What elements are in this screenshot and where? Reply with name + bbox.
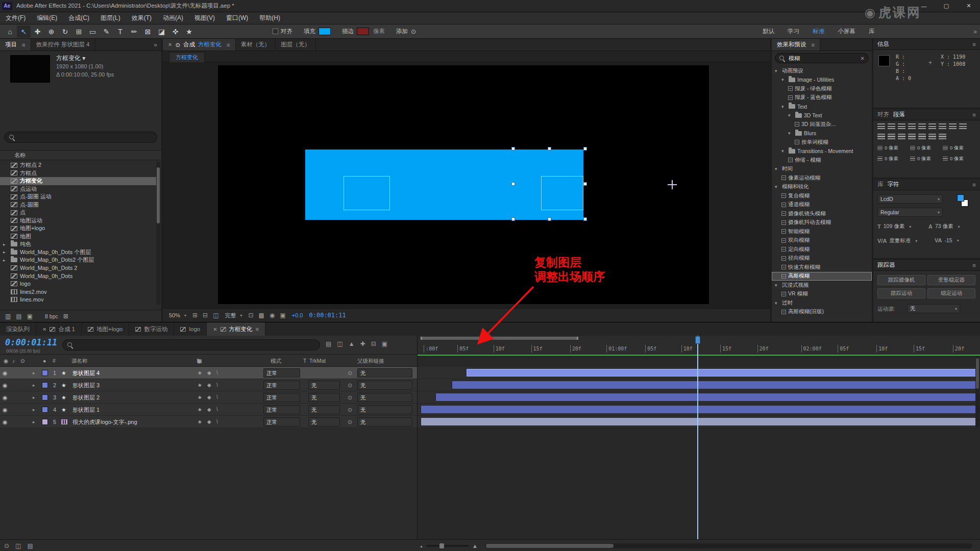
- twirl-icon[interactable]: ▾: [775, 184, 780, 189]
- work-area-bar[interactable]: [421, 337, 579, 340]
- distribute-2-icon[interactable]: [949, 123, 957, 130]
- twirl-icon[interactable]: ▸: [33, 367, 35, 379]
- viewer-timecode[interactable]: 0:00:01:11: [309, 312, 346, 319]
- stroke-label[interactable]: 描边: [342, 28, 354, 35]
- panel-menu-icon[interactable]: ≡: [812, 42, 815, 48]
- visibility-toggle[interactable]: ◉: [3, 416, 8, 428]
- effects-tree-item[interactable]: ▾Image - Utilities: [772, 76, 872, 85]
- region-of-interest-icon[interactable]: ⊡: [249, 312, 254, 319]
- transparency-grid-icon[interactable]: ▩: [259, 312, 264, 319]
- graph-editor-icon[interactable]: ▣: [382, 340, 387, 347]
- align-left-icon[interactable]: [877, 123, 885, 130]
- layer-duration-bar[interactable]: [452, 381, 980, 389]
- tab-paragraph[interactable]: 段落: [893, 111, 905, 118]
- twirl-icon[interactable]: ▾: [781, 77, 787, 82]
- effects-tree-item[interactable]: 智能模糊: [772, 227, 872, 236]
- project-item[interactable]: 地图运动: [0, 217, 156, 225]
- add-target-icon[interactable]: ⊙: [411, 28, 416, 35]
- selection-handle[interactable]: [583, 182, 587, 186]
- menu-item-6[interactable]: 视图(V): [189, 12, 220, 24]
- resolution-select[interactable]: 完整 ▾: [225, 312, 242, 319]
- blend-mode-select[interactable]: 正常▾: [263, 381, 300, 390]
- tab-libraries[interactable]: 库: [877, 181, 884, 188]
- effects-tree-item[interactable]: 快速方框模糊: [772, 263, 872, 272]
- effects-tree-item[interactable]: 摄像机抖动去模糊: [772, 218, 872, 228]
- timeline-tab-4[interactable]: logo: [174, 322, 207, 336]
- collapse-toggle[interactable]: ◆: [207, 367, 211, 379]
- layer-track[interactable]: [418, 391, 980, 404]
- comp-name[interactable]: 方框变化 ▾: [56, 54, 114, 62]
- tab-info[interactable]: 信息: [877, 40, 889, 48]
- layer-track[interactable]: [418, 404, 980, 416]
- label-color-swatch[interactable]: [42, 370, 48, 376]
- twirl-icon[interactable]: ▾: [781, 104, 787, 109]
- delete-icon[interactable]: ⊠: [63, 313, 68, 320]
- effects-tree-item[interactable]: ▾动画预设: [772, 66, 872, 76]
- twirl-icon[interactable]: ▸: [33, 391, 35, 404]
- effects-tree-item[interactable]: 报废 - 蓝色模糊: [772, 93, 872, 103]
- quality-toggle[interactable]: \: [216, 416, 218, 428]
- timeline-zoom-slider[interactable]: ▲ ▲: [420, 540, 478, 551]
- paragraph-field-3[interactable]: 0 像素: [877, 156, 910, 162]
- effects-tree-item[interactable]: 复合模糊: [772, 191, 872, 201]
- roto-brush-tool[interactable]: ✜: [168, 26, 182, 38]
- project-item[interactable]: ▸World_Map_0h_Dots 个图层: [0, 248, 156, 257]
- pickwhip-icon[interactable]: ⊙: [348, 379, 352, 391]
- pickwhip-icon[interactable]: ⊙: [348, 391, 352, 404]
- pickwhip-icon[interactable]: ⊙: [348, 416, 352, 428]
- snap-checkbox[interactable]: [273, 29, 278, 34]
- menu-item-3[interactable]: 图层(L): [95, 12, 126, 24]
- timeline-vertical-scrollbar[interactable]: [975, 356, 979, 428]
- timeline-horizontal-scrollbar[interactable]: [485, 543, 972, 548]
- tracker-button-1[interactable]: 变形稳定器: [927, 275, 975, 285]
- workspace-tab-4[interactable]: 库: [869, 28, 875, 35]
- workspace-tab-3[interactable]: 小屏幕: [838, 28, 855, 35]
- expand-inout-icon[interactable]: ▤: [27, 540, 33, 551]
- parent-select[interactable]: 无▾: [357, 381, 412, 390]
- menu-item-4[interactable]: 效果(T): [126, 12, 157, 24]
- current-time-indicator[interactable]: [697, 336, 698, 539]
- effects-tree-item[interactable]: 伸缩 - 模糊: [772, 156, 872, 165]
- new-composition-icon[interactable]: ▣: [27, 313, 33, 320]
- layer-track[interactable]: [418, 379, 980, 391]
- effects-tree-item[interactable]: 通道模糊: [772, 201, 872, 210]
- project-item[interactable]: ▸纯色: [0, 240, 156, 248]
- mode-column-header[interactable]: 模式: [271, 355, 281, 367]
- project-scrollbar[interactable]: [156, 161, 160, 305]
- pickwhip-icon[interactable]: ⊙: [348, 404, 352, 416]
- justify-last-left-icon[interactable]: [908, 134, 916, 140]
- paragraph-field-1[interactable]: 0 像素: [910, 145, 943, 152]
- effects-search-input[interactable]: 模糊 ✕: [775, 53, 869, 63]
- menu-item-0[interactable]: 文件(F): [0, 12, 31, 24]
- quality-toggle[interactable]: \: [216, 391, 218, 404]
- visibility-toggle[interactable]: ◉: [3, 404, 8, 416]
- tracker-button-2[interactable]: 跟踪运动: [877, 288, 925, 298]
- collapse-toggle[interactable]: ◆: [207, 404, 211, 416]
- home-icon[interactable]: ⌂: [3, 26, 17, 38]
- project-item[interactable]: 点: [0, 209, 156, 217]
- tab-layer[interactable]: 图层（无）: [276, 39, 316, 51]
- panel-menu-icon[interactable]: ≡: [256, 326, 259, 332]
- effects-tree-item[interactable]: ▾沉浸式视频: [772, 281, 872, 290]
- effects-tree-item[interactable]: 高斯模糊(旧版): [772, 308, 872, 317]
- project-item[interactable]: 地图: [0, 233, 156, 241]
- effects-tree-item[interactable]: ▾Transitions - Movement: [772, 147, 872, 156]
- layer-duration-bar[interactable]: [421, 405, 980, 414]
- draft-3d-icon[interactable]: ◫: [337, 340, 342, 347]
- composition-frame[interactable]: [218, 65, 709, 304]
- distribute-1-icon[interactable]: [939, 123, 946, 130]
- twirl-icon[interactable]: ▸: [3, 249, 8, 255]
- workspace-overflow-icon[interactable]: »: [973, 28, 977, 35]
- tracker-button-0[interactable]: 跟踪摄像机: [877, 275, 925, 285]
- tracker-button-3[interactable]: 稳定运动: [927, 288, 975, 298]
- fill-color-swatch[interactable]: [957, 194, 964, 202]
- parent-link-column-header[interactable]: 父级和链接: [357, 355, 384, 367]
- project-item[interactable]: lines2.mov: [0, 288, 156, 296]
- font-size-field[interactable]: T 109 像素 ▾: [877, 223, 911, 230]
- project-item[interactable]: ▸World_Map_0h_Dots2 个图层: [0, 256, 156, 264]
- layer-row[interactable]: ◉▸3★形状图层 2♣◆\正常▾无▾⊙无▾: [0, 391, 417, 404]
- paragraph-field-2[interactable]: 0 像素: [943, 145, 975, 152]
- clear-search-icon[interactable]: ✕: [861, 56, 865, 61]
- selection-handle[interactable]: [583, 217, 587, 221]
- exposure-value[interactable]: +0.0: [292, 312, 303, 318]
